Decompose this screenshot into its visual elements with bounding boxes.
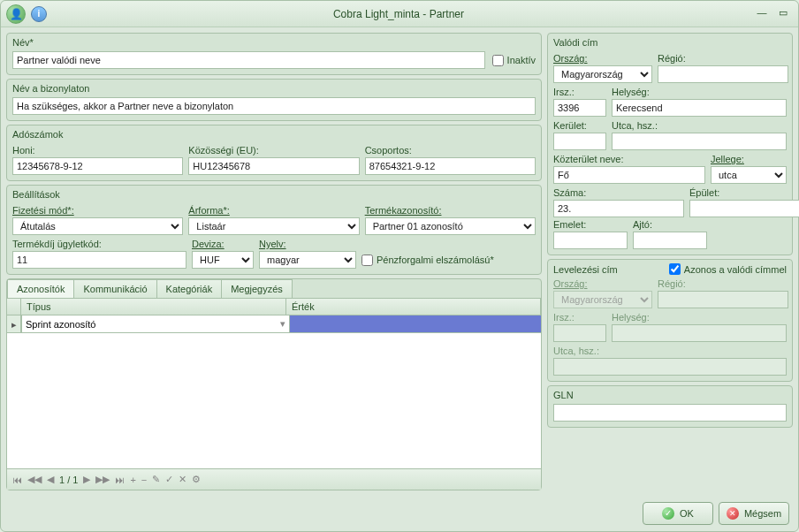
grid-pager: ⏮ ◀◀ ◀ 1 / 1 ▶ ▶▶ ⏭ + − ✎ ✓ ✕ ⚙ [7,468,541,490]
inactive-checkbox[interactable] [492,55,504,66]
nyelv-select[interactable]: magyar [259,251,356,269]
csoportos-input[interactable] [365,157,536,175]
ok-icon [662,507,674,520]
nyelv-label[interactable]: Nyelv: [259,239,356,249]
pager-settings-icon[interactable]: ⚙ [192,474,201,485]
fizmod-label[interactable]: Fizetési mód*: [12,205,183,216]
orszag-label[interactable]: Ország: [553,53,652,64]
kozterulet-input[interactable] [553,166,705,184]
termekdij-input[interactable] [12,251,186,269]
utcahsz-input[interactable] [612,133,787,150]
pager-cancel-icon[interactable]: ✕ [179,474,186,485]
valodi-cim-group: Valódi cím Ország: Magyarország Régió: I… [547,33,793,255]
grid-col-type[interactable]: Típus [21,299,286,315]
pager-prev-icon[interactable]: ◀ [47,474,54,485]
deviza-select[interactable]: HUF [192,251,254,269]
orszag-select[interactable]: Magyarország [553,65,652,83]
adoszam-group-title: Adószámok [12,127,536,143]
gln-group: GLN [547,385,793,428]
cancel-label: Mégsem [744,508,781,519]
irsz-label: Irsz.: [553,87,606,97]
azonos-checkbox[interactable] [669,263,681,275]
arforma-label[interactable]: Árforma*: [188,205,359,216]
pager-last-icon[interactable]: ⏭ [115,475,125,485]
lev-utcahsz-input [553,358,787,376]
jellege-label[interactable]: Jellege: [711,154,787,164]
honi-input[interactable] [12,157,183,175]
pager-prevpage-icon[interactable]: ◀◀ [27,474,42,485]
termekaz-label[interactable]: Termékazonosító: [365,205,536,216]
kerulet-input[interactable] [553,133,606,150]
beallitasok-group-title: Beállítások [12,187,536,203]
inactive-checkbox-label[interactable]: Inaktív [492,55,536,66]
grid-cell-type[interactable]: Sprint azonosító ▾ [21,315,290,333]
titlebar: 👤 i Cobra Light_minta - Partner — ▭ [1,1,798,27]
lev-irsz-label: Irsz.: [553,312,606,323]
grid-empty-area [7,332,541,468]
regio-input[interactable] [658,65,788,83]
adoszam-group: Adószámok Honi: Közösségi (EU): Csoporto… [6,125,542,181]
azonos-checkbox-label[interactable]: Azonos a valódi címmel [669,263,787,275]
gln-input[interactable] [553,404,787,422]
arforma-select[interactable]: Listaár [188,217,359,235]
kozterulet-label: Közterület neve: [553,154,705,164]
grid-cell-type-text: Sprint azonosító [26,319,96,330]
irsz-input[interactable] [553,99,606,117]
bizonylat-name-input[interactable] [12,97,536,115]
eu-label: Közösségi (EU): [188,145,359,156]
emelet-input[interactable] [553,232,628,249]
lev-regio-label: Régió: [658,278,788,289]
lev-utcahsz-label: Utca, hsz.: [553,346,787,356]
penzforg-checkbox-label[interactable]: Pénzforgalmi elszámolású* [361,255,536,266]
tab-azonositok[interactable]: Azonosítók [7,279,74,299]
dropdown-icon[interactable]: ▾ [280,318,285,330]
kerulet-label: Kerület: [553,120,606,131]
minimize-button[interactable]: — [752,7,772,21]
cancel-button[interactable]: Mégsem [719,502,789,525]
levelezesi-cim-title: Levelezési cím [553,264,664,275]
grid-col-value[interactable]: Érték [286,299,541,315]
beallitasok-group: Beállítások Fizetési mód*: Átutalás Árfo… [6,185,542,275]
lev-orszag-label: Ország: [553,278,652,289]
app-icon: 👤 [6,4,26,24]
pager-first-icon[interactable]: ⏮ [12,475,22,485]
pager-add-icon[interactable]: + [130,475,135,485]
cancel-icon [727,507,739,520]
ajto-input[interactable] [633,232,707,249]
pager-edit-icon[interactable]: ✎ [152,474,160,485]
levelezesi-cim-group: Levelezési cím Azonos a valódi címmel Or… [547,259,793,382]
ok-button[interactable]: OK [643,502,713,525]
grid-cell-value[interactable] [290,315,541,333]
penzforg-checkbox[interactable] [361,255,373,266]
eu-input[interactable] [188,157,359,175]
name-group-title: Név* [12,35,536,51]
grid-header: Típus Érték [7,299,541,315]
grid-row[interactable]: ▸ Sprint azonosító ▾ [7,315,541,333]
gln-title: GLN [553,388,787,404]
regio-label: Régió: [658,53,788,64]
termekaz-select[interactable]: Partner 01 azonosító [365,217,536,235]
pager-nextpage-icon[interactable]: ▶▶ [95,474,110,485]
lev-regio-input [658,291,788,308]
epulet-input[interactable] [689,200,799,217]
partner-name-input[interactable] [12,51,485,69]
window-title: Cobra Light_minta - Partner [47,8,750,20]
szama-input[interactable] [553,200,684,217]
tab-megjegyzes[interactable]: Megjegyzés [222,279,293,298]
pager-next-icon[interactable]: ▶ [83,474,90,485]
fizmod-select[interactable]: Átutalás [12,217,183,235]
info-icon[interactable]: i [31,6,47,22]
helyseg-input[interactable] [612,99,787,117]
helyseg-label: Helység: [612,87,787,97]
deviza-label[interactable]: Deviza: [192,239,254,249]
lev-helyseg-input [612,324,787,342]
pager-check-icon[interactable]: ✓ [165,474,173,485]
csoportos-label: Csoportos: [365,145,536,156]
pager-remove-icon[interactable]: − [141,475,147,485]
utcahsz-label: Utca, hsz.: [612,120,787,131]
tab-kategoriak[interactable]: Kategóriák [157,279,223,298]
lev-helyseg-label: Helység: [612,312,787,323]
maximize-button[interactable]: ▭ [773,7,793,21]
tab-kommunikacio[interactable]: Kommunikáció [74,279,156,298]
jellege-select[interactable]: utca [711,166,787,184]
